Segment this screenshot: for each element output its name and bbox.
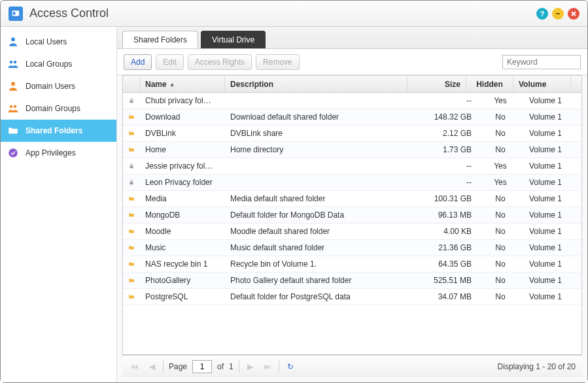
folder-icon <box>123 207 140 223</box>
cell-volume: Volume 1 <box>524 256 581 272</box>
lock-icon <box>123 93 140 108</box>
table-row[interactable]: MongoDBDefault folder for MongoDB Data96… <box>123 207 581 224</box>
cell-hidden: No <box>477 109 524 125</box>
table-row[interactable]: DownloadDownload default shared folder14… <box>123 109 581 125</box>
column-description[interactable]: Description <box>225 76 407 92</box>
display-info: Displaying 1 - 20 of 20 <box>498 362 576 371</box>
sort-asc-icon: ▲ <box>169 81 175 88</box>
pager: ⏮ ◀ Page of 1 ▶ ⏭ ↻ Displaying 1 - 20 of… <box>122 355 582 377</box>
cell-volume: Volume 1 <box>524 191 581 207</box>
column-volume[interactable]: Volume <box>513 76 571 92</box>
help-button[interactable]: ? <box>536 8 548 20</box>
sidebar-item-app-privileges[interactable]: App Privileges <box>1 142 116 164</box>
prev-page-button[interactable]: ◀ <box>146 361 158 373</box>
cell-size: 64.35 GB <box>418 256 477 272</box>
table-row[interactable]: MusicMusic default shared folder21.36 GB… <box>123 240 581 256</box>
table-row[interactable]: Jessie privacy fol…--YesVolume 1 <box>123 158 581 175</box>
tab-shared-folders[interactable]: Shared Folders <box>122 31 198 48</box>
column-hidden[interactable]: Hidden <box>466 76 513 92</box>
cell-volume: Volume 1 <box>524 142 581 158</box>
cell-size: 2.12 GB <box>418 125 477 141</box>
minimize-button[interactable] <box>552 8 564 20</box>
cell-volume: Volume 1 <box>524 175 581 190</box>
table-row[interactable]: PostgreSQLDefault folder for PostgreSQL … <box>123 289 581 305</box>
column-name[interactable]: Name▲ <box>140 76 225 92</box>
last-page-button[interactable]: ⏭ <box>262 361 273 373</box>
sidebar-item-domain-users[interactable]: Domain Users <box>1 75 116 97</box>
cell-name: Leon Privacy folder <box>140 175 225 190</box>
close-button[interactable] <box>568 8 579 20</box>
cell-volume: Volume 1 <box>524 273 581 288</box>
table-row[interactable]: NAS recycle bin 1Recycle bin of Volume 1… <box>123 256 581 273</box>
table-row[interactable]: PhotoGalleryPhoto Gallery default shared… <box>123 273 581 289</box>
cell-volume: Volume 1 <box>524 93 581 108</box>
grid: Name▲ Description Size Hidden Volume Chu… <box>122 75 582 355</box>
folder-icon <box>123 273 140 288</box>
cell-description: Default folder for PostgreSQL data <box>225 289 418 305</box>
sidebar-item-label: Domain Groups <box>26 104 80 113</box>
folder-icon <box>123 142 140 158</box>
tab-virtual-drive[interactable]: Virtual Drive <box>201 31 266 48</box>
cell-volume: Volume 1 <box>524 224 581 239</box>
svg-point-6 <box>10 61 13 64</box>
page-input[interactable] <box>192 360 212 373</box>
table-row[interactable]: Leon Privacy folder--YesVolume 1 <box>123 175 581 191</box>
edit-button[interactable]: Edit <box>156 54 184 70</box>
remove-button[interactable]: Remove <box>256 54 300 70</box>
lock-icon <box>123 175 140 190</box>
sidebar-item-local-users[interactable]: Local Users <box>1 31 116 53</box>
table-row[interactable]: MoodleMoodle default shared folder4.00 K… <box>123 224 581 240</box>
toolbar: Add Edit Access Rights Remove <box>117 49 587 75</box>
svg-rect-1 <box>13 12 16 15</box>
cell-name: Media <box>140 191 225 207</box>
cell-size: -- <box>418 158 477 174</box>
cell-hidden: Yes <box>477 175 524 190</box>
sidebar-item-label: Domain Users <box>26 82 75 91</box>
cell-volume: Volume 1 <box>524 109 581 125</box>
cell-name: NAS recycle bin 1 <box>140 256 225 272</box>
folder-icon <box>123 224 140 239</box>
folder-icon <box>7 125 19 137</box>
grid-header: Name▲ Description Size Hidden Volume <box>123 76 581 93</box>
table-row[interactable]: MediaMedia default shared folder100.31 G… <box>123 191 581 207</box>
cell-hidden: No <box>477 240 524 256</box>
add-button[interactable]: Add <box>124 54 152 70</box>
column-icon[interactable] <box>123 76 140 92</box>
cell-description: Recycle bin of Volume 1. <box>225 256 418 272</box>
window: Access Control ? Local Users Local Group… <box>0 0 588 383</box>
folder-icon <box>123 240 140 256</box>
cell-size: 100.31 GB <box>418 191 477 207</box>
app-icon <box>7 147 19 159</box>
cell-volume: Volume 1 <box>524 158 581 174</box>
folder-icon <box>123 289 140 305</box>
sidebar-item-shared-folders[interactable]: Shared Folders <box>1 120 116 142</box>
cell-name: PostgreSQL <box>140 289 225 305</box>
grid-rows: Chubi privacy fol…--YesVolume 1DownloadD… <box>123 93 581 354</box>
cell-hidden: No <box>477 289 524 305</box>
cell-size: 148.32 GB <box>418 109 477 125</box>
sidebar-item-local-groups[interactable]: Local Groups <box>1 53 116 75</box>
cell-volume: Volume 1 <box>524 289 581 305</box>
access-rights-button[interactable]: Access Rights <box>188 54 252 70</box>
cell-hidden: No <box>477 224 524 239</box>
table-row[interactable]: DVBLinkDVBLink share2.12 GBNoVolume 1 <box>123 125 581 142</box>
table-row[interactable]: HomeHome directory1.73 GBNoVolume 1 <box>123 142 581 158</box>
cell-volume: Volume 1 <box>524 125 581 141</box>
column-size[interactable]: Size <box>407 76 466 92</box>
cell-description <box>225 93 418 108</box>
svg-point-7 <box>14 61 17 64</box>
search-input[interactable] <box>502 55 581 69</box>
cell-description: Photo Gallery default shared folder <box>225 273 418 288</box>
sidebar-item-domain-groups[interactable]: Domain Groups <box>1 97 116 120</box>
cell-hidden: Yes <box>477 93 524 108</box>
refresh-button[interactable]: ↻ <box>285 361 296 373</box>
first-page-button[interactable]: ⏮ <box>129 361 141 373</box>
cell-name: DVBLink <box>140 125 225 141</box>
next-page-button[interactable]: ▶ <box>245 361 256 373</box>
tabs: Shared Folders Virtual Drive <box>117 27 587 49</box>
folder-icon <box>123 109 140 125</box>
group-icon <box>7 58 19 70</box>
lock-icon <box>123 158 140 174</box>
table-row[interactable]: Chubi privacy fol…--YesVolume 1 <box>123 93 581 109</box>
cell-description <box>225 158 418 174</box>
